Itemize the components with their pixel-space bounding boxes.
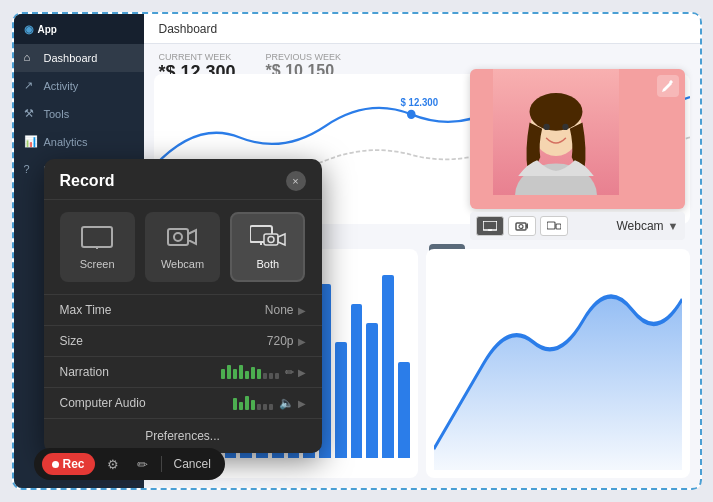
main-frame: ◉ App ⌂ Dashboard ↗ Activity ⚒ Tools 📊 A…	[12, 12, 702, 490]
modal-close-button[interactable]: ×	[286, 171, 306, 191]
speaker-icon[interactable]: 🔈	[279, 396, 294, 410]
vol-bar-7	[257, 369, 261, 379]
sidebar-item-tools[interactable]: ⚒ Tools	[14, 100, 144, 128]
src-btn-display[interactable]	[540, 216, 568, 236]
modal-header: Record ×	[44, 159, 322, 200]
previous-week-label: Previous week	[266, 52, 342, 62]
source-selector-bar[interactable]: Webcam ▼	[470, 212, 685, 240]
audio-bar-6	[263, 404, 267, 410]
tools-icon: ⚒	[24, 107, 38, 121]
audio-bar-3	[245, 396, 249, 410]
vol-bar-10	[275, 373, 279, 379]
narration-row: Narration ✏ ▶	[44, 356, 322, 387]
bar-12	[351, 304, 363, 458]
sidebar-logo: ◉ App	[14, 14, 144, 44]
narration-arrow[interactable]: ▶	[298, 367, 306, 378]
computer-audio-label: Computer Audio	[60, 396, 233, 410]
vol-bar-8	[263, 373, 267, 379]
home-icon: ⌂	[24, 51, 38, 65]
max-time-arrow[interactable]: ▶	[298, 305, 306, 316]
person-illustration	[470, 69, 642, 195]
audio-arrow[interactable]: ▶	[298, 398, 306, 409]
size-label: Size	[60, 334, 267, 348]
bar-11	[335, 342, 347, 458]
display-icon	[547, 221, 561, 231]
record-modal: Record × Screen	[44, 159, 322, 453]
svg-point-0	[406, 110, 415, 119]
source-type-webcam[interactable]: Webcam	[145, 212, 220, 282]
audio-bar-2	[239, 402, 243, 410]
rec-dot	[52, 461, 59, 468]
cancel-button[interactable]: Cancel	[168, 453, 217, 475]
audio-bar-4	[251, 400, 255, 410]
size-row: Size 720p ▶	[44, 325, 322, 356]
area-chart-box	[426, 249, 690, 478]
max-time-row: Max Time None ▶	[44, 294, 322, 325]
max-time-value: None	[265, 303, 294, 317]
svg-point-8	[562, 124, 568, 130]
svg-point-6	[529, 93, 582, 131]
bottom-toolbar: Rec ⚙ ✏ Cancel	[34, 448, 225, 480]
svg-text:$ 12.300: $ 12.300	[400, 97, 438, 108]
area-chart-svg	[434, 257, 682, 470]
bar-13	[366, 323, 378, 458]
source-type-screen[interactable]: Screen	[60, 212, 135, 282]
source-type-buttons: Screen Webcam	[44, 200, 322, 294]
svg-rect-10	[483, 221, 497, 230]
narration-label: Narration	[60, 365, 221, 379]
current-week-label: Current week	[159, 52, 236, 62]
vol-bar-1	[221, 369, 225, 379]
vol-bar-4	[239, 365, 243, 379]
audio-bar-5	[257, 404, 261, 410]
monitor-icon	[483, 221, 497, 231]
narration-volume-bars	[221, 365, 279, 379]
svg-rect-15	[547, 222, 555, 229]
svg-rect-16	[556, 224, 561, 229]
narration-pencil-icon[interactable]: ✏	[285, 366, 294, 379]
page-title: Dashboard	[159, 22, 218, 36]
src-btn-screen[interactable]	[476, 216, 504, 236]
webcam-dropdown[interactable]: ▼	[668, 220, 679, 232]
audio-volume-bars	[233, 396, 273, 410]
camera-icon-small	[515, 221, 529, 231]
src-btn-webcam[interactable]	[508, 216, 536, 236]
modal-title: Record	[60, 172, 115, 190]
toolbar-divider	[161, 456, 162, 472]
computer-audio-row: Computer Audio 🔈 ▶	[44, 387, 322, 418]
help-icon: ?	[24, 163, 38, 177]
vol-bar-6	[251, 367, 255, 379]
analytics-icon: 📊	[24, 135, 38, 149]
size-arrow[interactable]: ▶	[298, 336, 306, 347]
svg-rect-17	[82, 227, 112, 247]
webcam-label: Webcam	[572, 219, 664, 233]
both-btn-label: Both	[257, 258, 280, 270]
vol-bar-5	[245, 371, 249, 379]
screen-btn-label: Screen	[80, 258, 115, 270]
pencil-icon	[662, 80, 674, 92]
pencil-button[interactable]: ✏	[131, 452, 155, 476]
rec-label: Rec	[63, 457, 85, 471]
sidebar-item-activity[interactable]: ↗ Activity	[14, 72, 144, 100]
sidebar-item-dashboard[interactable]: ⌂ Dashboard	[14, 44, 144, 72]
max-time-label: Max Time	[60, 303, 265, 317]
size-value: 720p	[267, 334, 294, 348]
record-button[interactable]: Rec	[42, 453, 95, 475]
top-bar: Dashboard	[144, 14, 700, 44]
audio-bar-1	[233, 398, 237, 410]
vol-bar-2	[227, 365, 231, 379]
svg-rect-20	[168, 229, 188, 245]
sidebar-item-analytics[interactable]: 📊 Analytics	[14, 128, 144, 156]
svg-rect-25	[264, 234, 278, 245]
webcam-btn-label: Webcam	[161, 258, 204, 270]
webcam-icon	[164, 224, 200, 252]
source-type-both[interactable]: Both	[230, 212, 305, 282]
bar-14	[382, 275, 394, 458]
screen-icon	[79, 224, 115, 252]
settings-button[interactable]: ⚙	[101, 452, 125, 476]
activity-icon: ↗	[24, 79, 38, 93]
svg-point-21	[174, 233, 182, 241]
webcam-preview	[470, 69, 685, 209]
svg-point-14	[519, 225, 523, 229]
vol-bar-9	[269, 373, 273, 379]
webcam-edit-button[interactable]	[657, 75, 679, 97]
